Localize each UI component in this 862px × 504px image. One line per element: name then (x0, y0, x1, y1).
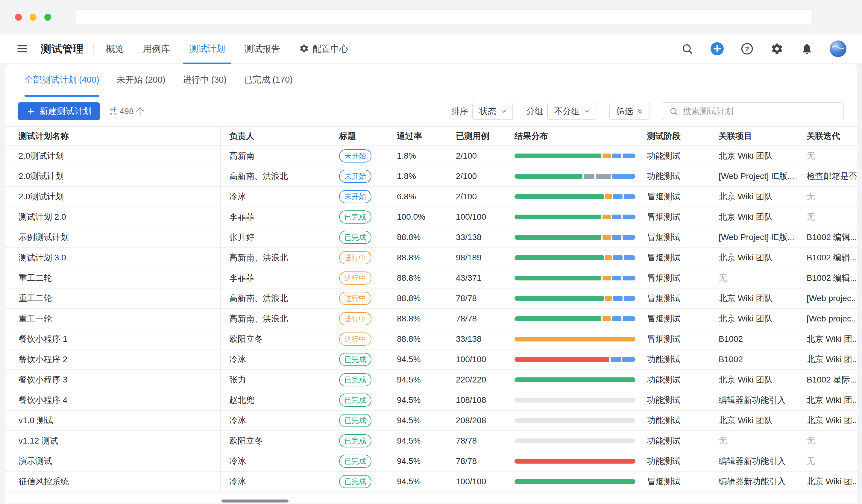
project-cell[interactable]: 编辑器新功能引入 (710, 472, 798, 491)
column-header-6[interactable]: 结果分布 (506, 127, 639, 145)
window-zoom-button[interactable] (44, 14, 51, 21)
settings-icon[interactable] (770, 42, 784, 56)
column-header-3[interactable]: 标题 (331, 127, 389, 145)
table-row[interactable]: 2.0测试计划高新南、洪浪北未开始1.8%2/100功能测试[Web Proje… (5, 167, 857, 187)
plan-name-cell[interactable]: 2.0测试计划 (5, 167, 221, 186)
plan-name-cell[interactable]: 测试计划 3.0 (5, 248, 221, 268)
column-header-9[interactable]: 关联迭代 (798, 127, 857, 145)
column-header-2[interactable]: 负责人 (221, 127, 331, 145)
create-icon[interactable] (710, 42, 724, 56)
nav-item-5[interactable]: 配置中心 (290, 34, 358, 64)
table-row[interactable]: v1.12 测试欧阳立冬已完成94.5%78/78功能测试无无 (5, 431, 857, 451)
tab-3[interactable]: 进行中 (30) (183, 64, 227, 96)
result-distribution-cell (506, 167, 639, 186)
table-row[interactable]: 测试计划 2.0李菲菲已完成100.0%100/100冒烟测试北京 Wiki 团… (5, 207, 857, 227)
project-cell[interactable]: [Web Project] IE版... (710, 167, 798, 186)
column-header-4[interactable]: 通过率 (389, 127, 447, 145)
plan-name-cell[interactable]: 餐饮小程序 3 (5, 370, 221, 390)
project-cell[interactable]: [Web Project] IE版... (710, 227, 798, 247)
plan-name-cell[interactable]: 餐饮小程序 4 (5, 390, 221, 410)
column-header-5[interactable]: 已测用例 (447, 127, 506, 145)
nav-item-4[interactable]: 测试报告 (235, 34, 290, 64)
plan-search-input[interactable] (682, 106, 837, 116)
table-row[interactable]: 2.0测试计划高新南未开始1.8%2/100功能测试北京 Wiki 团队无 (5, 146, 857, 167)
table-row[interactable]: 餐饮小程序 3张力已完成94.5%220/220功能测试北京 Wiki 团队B1… (5, 370, 857, 390)
table-row[interactable]: 重工一轮高新南、洪浪北进行中88.8%78/78冒烟测试北京 Wiki 团队[W… (5, 309, 857, 329)
tab-1[interactable]: 全部测试计划 (400) (25, 64, 99, 96)
plan-name-cell[interactable]: 餐饮小程序 2 (5, 349, 221, 369)
table-row[interactable]: 示例测试计划张开好已完成88.8%33/138冒烟测试[Web Project]… (5, 227, 857, 248)
project-cell[interactable]: 北京 Wiki 团队 (710, 146, 798, 166)
project-cell[interactable]: 北京 Wiki 团队 (710, 248, 798, 268)
tab-2[interactable]: 未开始 (200) (117, 64, 166, 96)
project-cell[interactable]: B1002 (710, 329, 798, 349)
project-cell[interactable]: 编辑器新功能引入 (710, 390, 798, 410)
window-close-button[interactable] (15, 14, 22, 21)
window-minimize-button[interactable] (30, 14, 37, 21)
nav-item-2[interactable]: 用例库 (133, 34, 180, 64)
horizontal-scrollbar-thumb[interactable] (222, 500, 289, 503)
iteration-cell[interactable]: 北京 Wiki 团... (798, 411, 857, 430)
table-row[interactable]: 重工二轮李菲菲进行中88.8%43/371冒烟测试无B1002 编辑... (5, 268, 857, 289)
table-row[interactable]: 演示测试冷冰已完成94.5%78/78功能测试编辑器新功能引入无 (5, 451, 857, 472)
iteration-cell[interactable]: B1002 编辑... (798, 268, 857, 288)
plan-name-cell[interactable]: 重工二轮 (5, 289, 221, 308)
iteration-cell[interactable]: 北京 Wiki 团... (798, 390, 857, 410)
table-row[interactable]: 2.0测试计划冷冰未开始6.8%2/100冒烟测试北京 Wiki 团队无 (5, 187, 857, 207)
plan-name-cell[interactable]: 演示测试 (5, 451, 221, 471)
tab-4[interactable]: 已完成 (170) (244, 64, 293, 96)
help-icon[interactable]: ? (740, 42, 754, 56)
bar-segment (624, 296, 636, 301)
search-input-icon (669, 107, 678, 116)
search-icon[interactable] (680, 42, 694, 56)
project-cell[interactable]: 编辑器新功能引入 (710, 451, 798, 471)
project-cell[interactable]: 北京 Wiki 团队 (710, 370, 798, 390)
plan-search[interactable] (663, 102, 844, 120)
project-cell[interactable]: B1002 (710, 349, 798, 369)
user-avatar[interactable] (830, 40, 846, 57)
hamburger-icon[interactable] (16, 42, 29, 55)
iteration-cell[interactable]: B1002 编辑... (798, 248, 857, 268)
new-plan-button[interactable]: 新建测试计划 (18, 102, 100, 120)
column-header-8[interactable]: 关联项目 (710, 127, 798, 145)
plan-name-cell[interactable]: 测试计划 2.0 (5, 207, 221, 227)
project-cell[interactable]: 北京 Wiki 团队 (710, 411, 798, 430)
iteration-cell[interactable]: [Web projec... (798, 309, 857, 329)
plan-name-cell[interactable]: 餐饮小程序 1 (5, 329, 221, 349)
plan-name-cell[interactable]: 示例测试计划 (5, 227, 221, 247)
plan-name-cell[interactable]: 2.0测试计划 (5, 187, 221, 207)
column-header-1[interactable]: 测试计划名称 (5, 127, 221, 145)
plan-name-cell[interactable]: v1.0 测试 (5, 411, 221, 430)
iteration-cell[interactable]: 北京 Wiki 团... (798, 329, 857, 349)
address-bar[interactable] (76, 9, 813, 25)
table-row[interactable]: 餐饮小程序 1欧阳立冬进行中88.8%33/138冒烟测试B1002北京 Wik… (5, 329, 857, 349)
nav-item-3[interactable]: 测试计划 (180, 34, 235, 64)
filter-button[interactable]: 筛选 (610, 103, 650, 120)
plan-name-cell[interactable]: v1.12 测试 (5, 431, 221, 451)
iteration-cell[interactable]: B1002 编辑... (798, 227, 857, 247)
project-cell[interactable]: 北京 Wiki 团队 (710, 187, 798, 207)
notifications-icon[interactable] (800, 42, 814, 56)
iteration-cell[interactable]: B1002 星际... (798, 370, 857, 390)
plan-name-cell[interactable]: 重工二轮 (5, 268, 221, 288)
iteration-cell[interactable]: 检查邮箱是否... (798, 167, 857, 186)
table-row[interactable]: 征信风控系统冷冰已完成94.5%100/100冒烟测试编辑器新功能引入北京 Wi… (5, 472, 857, 492)
table-row[interactable]: 餐饮小程序 2冷冰已完成94.5%100/100功能测试B1002北京 Wiki… (5, 349, 857, 370)
iteration-cell[interactable]: 北京 Wiki 团... (798, 472, 857, 491)
table-row[interactable]: 测试计划 3.0高新南、洪浪北进行中88.8%98/189冒烟测试北京 Wiki… (5, 248, 857, 268)
plan-name-cell[interactable]: 征信风控系统 (5, 472, 221, 491)
sort-select[interactable]: 状态 (472, 103, 513, 120)
plan-name-cell[interactable]: 重工一轮 (5, 309, 221, 329)
project-cell[interactable]: 北京 Wiki 团队 (710, 289, 798, 308)
iteration-cell[interactable]: [Web projec... (798, 289, 857, 308)
project-cell[interactable]: 北京 Wiki 团队 (710, 309, 798, 329)
group-select[interactable]: 不分组 (547, 103, 596, 120)
project-cell[interactable]: 北京 Wiki 团队 (710, 207, 798, 227)
iteration-cell[interactable]: 北京 Wiki 团... (798, 349, 857, 369)
table-row[interactable]: v1.0 测试冷冰已完成94.5%208/208功能测试北京 Wiki 团队北京… (5, 411, 857, 431)
column-header-7[interactable]: 测试阶段 (639, 127, 710, 145)
table-row[interactable]: 餐饮小程序 4赵北兜已完成94.5%108/108功能测试编辑器新功能引入北京 … (5, 390, 857, 411)
table-row[interactable]: 重工二轮高新南、洪浪北进行中88.8%78/78冒烟测试北京 Wiki 团队[W… (5, 289, 857, 309)
plan-name-cell[interactable]: 2.0测试计划 (5, 146, 221, 166)
nav-item-1[interactable]: 概览 (96, 34, 133, 64)
